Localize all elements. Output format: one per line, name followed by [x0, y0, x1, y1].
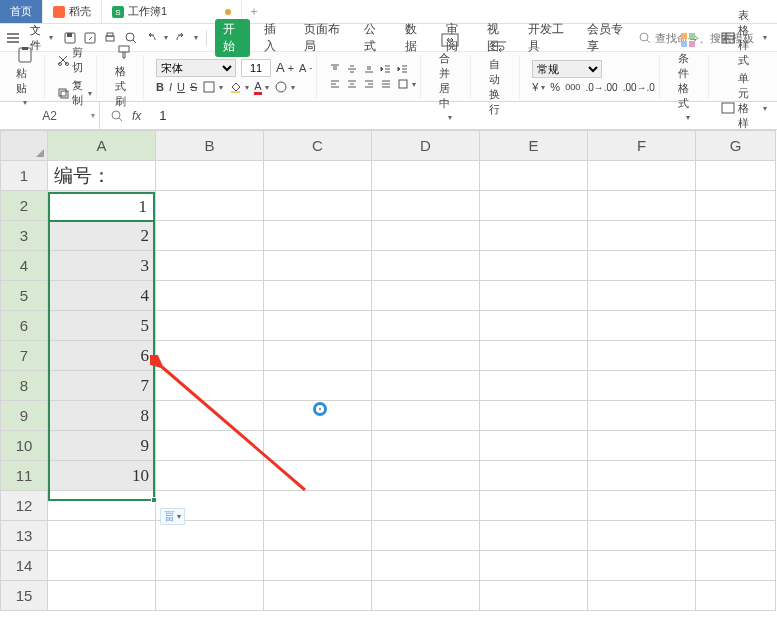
- align-left-button[interactable]: [329, 78, 341, 90]
- row-header[interactable]: 4: [1, 251, 48, 281]
- svg-point-28: [112, 111, 120, 119]
- increase-font-button[interactable]: A+: [276, 60, 294, 75]
- svg-rect-7: [107, 33, 113, 36]
- cell-A7[interactable]: 6: [48, 341, 156, 371]
- paste-button[interactable]: 粘贴▾: [10, 46, 40, 107]
- cell-A2[interactable]: [48, 191, 156, 221]
- col-header-A[interactable]: A: [48, 131, 156, 161]
- ribbon-tab-start[interactable]: 开始: [215, 19, 250, 57]
- cell-A5[interactable]: 4: [48, 281, 156, 311]
- app-menu-icon[interactable]: [6, 29, 20, 47]
- row-header[interactable]: 7: [1, 341, 48, 371]
- cell-A8[interactable]: 7: [48, 371, 156, 401]
- col-header-F[interactable]: F: [588, 131, 696, 161]
- redo-dropdown[interactable]: ▾: [194, 33, 198, 42]
- undo-icon[interactable]: [144, 29, 158, 47]
- underline-button[interactable]: U: [177, 81, 185, 93]
- ribbon-tab-formula[interactable]: 公式: [356, 19, 391, 57]
- col-header-E[interactable]: E: [480, 131, 588, 161]
- col-header-G[interactable]: G: [696, 131, 776, 161]
- ribbon-tab-layout[interactable]: 页面布局: [296, 19, 350, 57]
- number-format-select[interactable]: 常规: [532, 60, 602, 78]
- ribbon-tab-insert[interactable]: 插入: [256, 19, 291, 57]
- bold-button[interactable]: B: [156, 81, 164, 93]
- row-header[interactable]: 3: [1, 221, 48, 251]
- zoom-icon[interactable]: [110, 109, 124, 123]
- font-color-button[interactable]: A▾: [254, 80, 268, 95]
- row-header[interactable]: 8: [1, 371, 48, 401]
- cell-A11[interactable]: 10: [48, 461, 156, 491]
- ribbon-tab-vip[interactable]: 会员专享: [579, 19, 633, 57]
- strike-button[interactable]: S: [190, 81, 197, 93]
- row-header[interactable]: 5: [1, 281, 48, 311]
- orientation-button[interactable]: ▾: [397, 78, 416, 90]
- font-name-select[interactable]: 宋体: [156, 59, 236, 77]
- increase-indent-button[interactable]: [397, 63, 409, 75]
- cell-A3[interactable]: 2: [48, 221, 156, 251]
- row-header[interactable]: 1: [1, 161, 48, 191]
- grid-table[interactable]: A B C D E F G 1编号： 2 32 43 54 65 76 87 9…: [0, 130, 776, 611]
- percent-button[interactable]: %: [550, 81, 560, 93]
- align-center-button[interactable]: [346, 78, 358, 90]
- formula-input[interactable]: 1: [151, 108, 777, 123]
- undo-dropdown[interactable]: ▾: [164, 33, 168, 42]
- tab-docer[interactable]: 稻壳: [43, 0, 102, 23]
- col-header-C[interactable]: C: [264, 131, 372, 161]
- row-header[interactable]: 10: [1, 431, 48, 461]
- italic-button[interactable]: I: [169, 81, 172, 93]
- svg-point-9: [640, 33, 648, 41]
- align-top-button[interactable]: [329, 63, 341, 75]
- save-as-icon[interactable]: [83, 29, 97, 47]
- inc-decimal-button[interactable]: .0→.00: [585, 82, 617, 93]
- font-group: 宋体 A+ A- B I U S ▾ ▾ A▾ ▾: [152, 55, 317, 99]
- border-button[interactable]: ▾: [202, 80, 223, 94]
- tab-label: 稻壳: [69, 4, 91, 19]
- ribbon-tab-data[interactable]: 数据: [397, 19, 432, 57]
- col-header-D[interactable]: D: [372, 131, 480, 161]
- format-painter-button[interactable]: 格式刷: [109, 44, 139, 109]
- save-icon[interactable]: [63, 29, 77, 47]
- chevron-down-icon[interactable]: ▾: [91, 111, 95, 120]
- font-size-input[interactable]: [241, 59, 271, 77]
- row-header[interactable]: 13: [1, 521, 48, 551]
- cell-A1[interactable]: 编号：: [48, 161, 156, 191]
- cell-A6[interactable]: 5: [48, 311, 156, 341]
- row-header[interactable]: 6: [1, 311, 48, 341]
- row-header[interactable]: 2: [1, 191, 48, 221]
- select-all-corner[interactable]: [1, 131, 48, 161]
- svg-point-19: [276, 82, 286, 92]
- cell-A9[interactable]: 8: [48, 401, 156, 431]
- comma-button[interactable]: 000: [565, 82, 580, 92]
- row-header[interactable]: 12: [1, 491, 48, 521]
- align-bottom-button[interactable]: [363, 63, 375, 75]
- svg-rect-25: [689, 41, 695, 47]
- ribbon-tab-dev[interactable]: 开发工具: [520, 19, 574, 57]
- cell-A10[interactable]: 9: [48, 431, 156, 461]
- cut-button[interactable]: 剪切: [57, 45, 92, 75]
- table-style-button[interactable]: 表格样式▾: [721, 8, 767, 68]
- brush-icon: [115, 44, 133, 62]
- phonetic-button[interactable]: ▾: [274, 80, 295, 94]
- cell-A4[interactable]: 3: [48, 251, 156, 281]
- row-header[interactable]: 11: [1, 461, 48, 491]
- svg-rect-14: [59, 89, 66, 96]
- decrease-font-button[interactable]: A-: [299, 62, 312, 74]
- wrap-text-button[interactable]: 自动换行: [483, 37, 515, 117]
- currency-button[interactable]: ¥ ▾: [532, 81, 545, 93]
- col-header-B[interactable]: B: [156, 131, 264, 161]
- row-header[interactable]: 14: [1, 551, 48, 581]
- row-header[interactable]: 15: [1, 581, 48, 611]
- name-box[interactable]: A2 ▾: [0, 102, 100, 129]
- redo-icon[interactable]: [174, 29, 188, 47]
- fx-button[interactable]: fx: [132, 109, 141, 123]
- align-right-button[interactable]: [363, 78, 375, 90]
- decrease-indent-button[interactable]: [380, 63, 392, 75]
- align-middle-button[interactable]: [346, 63, 358, 75]
- row-header[interactable]: 9: [1, 401, 48, 431]
- justify-button[interactable]: [380, 78, 392, 90]
- dec-decimal-button[interactable]: .00→.0: [623, 82, 655, 93]
- quick-analysis-button[interactable]: 畐▾: [160, 508, 185, 525]
- number-group: 常规 ¥ ▾ % 000 .0→.00 .00→.0: [528, 55, 660, 99]
- tab-home[interactable]: 首页: [0, 0, 43, 23]
- fill-color-button[interactable]: ▾: [228, 80, 249, 94]
